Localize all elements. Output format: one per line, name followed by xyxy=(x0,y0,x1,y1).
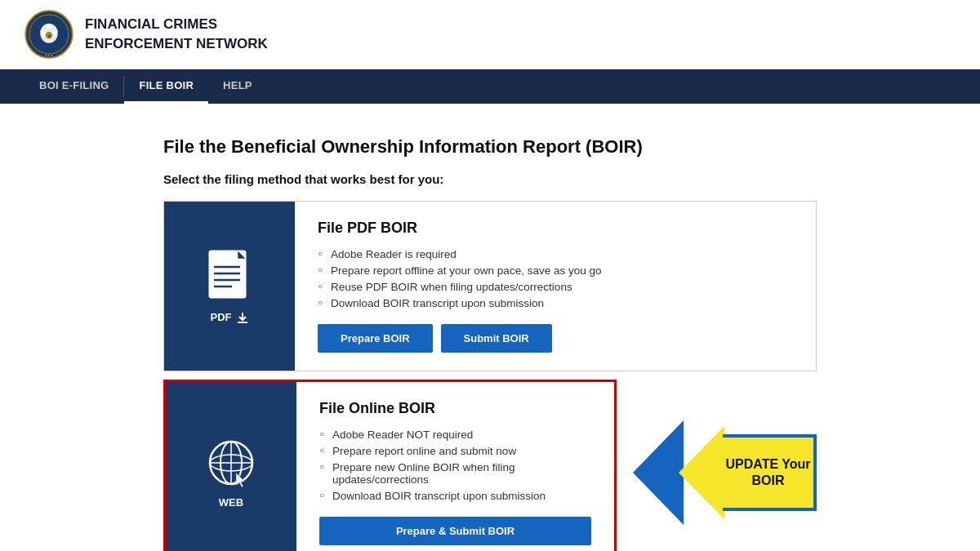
section-label: Select the filing method that works best… xyxy=(163,172,817,186)
online-card-bullets: Adobe Reader NOT required Prepare report… xyxy=(319,429,591,502)
online-card-title: File Online BOIR xyxy=(319,400,591,417)
nav-help[interactable]: HELP xyxy=(208,69,267,104)
arrow-border-triangle xyxy=(633,420,684,525)
pdf-card-bullets: Adobe Reader is required Prepare report … xyxy=(318,248,793,309)
pdf-boir-card: PDF File PDF BOIR Adobe Reader is requir… xyxy=(163,201,817,371)
globe-icon-wrap: WEB xyxy=(205,437,258,509)
update-boir-annotation: UPDATE Your BOIR xyxy=(633,420,817,525)
online-bullet-2: Prepare report online and submit now xyxy=(319,445,591,457)
svg-text:★ ★ ★: ★ ★ ★ xyxy=(45,54,54,57)
pdf-download-icon xyxy=(236,311,249,324)
pdf-button-row: Prepare BOIR Submit BOIR xyxy=(318,324,793,353)
pdf-card-content: File PDF BOIR Adobe Reader is required P… xyxy=(295,202,816,371)
globe-icon xyxy=(205,437,258,490)
pdf-icon-panel: PDF xyxy=(164,202,295,371)
online-icon-panel: WEB xyxy=(166,382,296,551)
pdf-bullet-3: Reuse PDF BOIR when filing updates/corre… xyxy=(318,281,793,293)
site-header: ★ ★ ★ ★ FINANCIAL CRIMES ENFORCEMENT NET… xyxy=(0,0,980,69)
arrow-text-line2: BOIR xyxy=(751,473,784,487)
main-nav: BOI E-FILING FILE BOIR HELP xyxy=(0,69,980,104)
online-card-content: File Online BOIR Adobe Reader NOT requir… xyxy=(296,382,614,551)
pdf-bullet-1: Adobe Reader is required xyxy=(318,248,793,260)
main-content: File the Beneficial Ownership Informatio… xyxy=(139,104,841,551)
arrow-text-line1: UPDATE Your xyxy=(725,457,810,471)
prepare-submit-boir-button[interactable]: Prepare & Submit BOIR xyxy=(319,517,591,545)
org-name-line2: ENFORCEMENT NETWORK xyxy=(85,36,268,51)
arrow-shape: UPDATE Your BOIR xyxy=(633,420,817,525)
arrow-body-box: UPDATE Your BOIR xyxy=(723,434,817,511)
pdf-document-icon xyxy=(207,249,252,304)
pdf-label: PDF xyxy=(211,311,249,324)
arrow-yellow-triangle xyxy=(679,426,724,519)
pdf-card-title: File PDF BOIR xyxy=(318,220,793,237)
submit-boir-button[interactable]: Submit BOIR xyxy=(441,324,552,353)
web-label: WEB xyxy=(219,496,243,509)
nav-file-boir[interactable]: FILE BOIR xyxy=(124,69,208,104)
org-name-line1: FINANCIAL CRIMES xyxy=(85,16,217,32)
pdf-icon: PDF xyxy=(207,249,252,324)
online-bullet-1: Adobe Reader NOT required xyxy=(319,429,591,441)
online-card-row: WEB File Online BOIR Adobe Reader NOT re… xyxy=(163,380,817,551)
org-name: FINANCIAL CRIMES ENFORCEMENT NETWORK xyxy=(85,15,268,54)
page-title: File the Beneficial Ownership Informatio… xyxy=(163,136,817,158)
online-button-row: Prepare & Submit BOIR xyxy=(319,517,591,545)
online-boir-card: WEB File Online BOIR Adobe Reader NOT re… xyxy=(163,380,617,551)
pdf-bullet-4: Download BOIR transcript upon submission xyxy=(318,297,793,309)
pdf-bullet-2: Prepare report offline at your own pace,… xyxy=(318,264,793,277)
prepare-boir-button[interactable]: Prepare BOIR xyxy=(318,324,433,353)
nav-boi-efiling[interactable]: BOI E-FILING xyxy=(24,69,123,104)
online-bullet-3: Prepare new Online BOIR when filing upda… xyxy=(319,461,591,486)
fincen-seal: ★ ★ ★ ★ xyxy=(24,10,74,59)
online-bullet-4: Download BOIR transcript upon submission xyxy=(319,490,591,502)
